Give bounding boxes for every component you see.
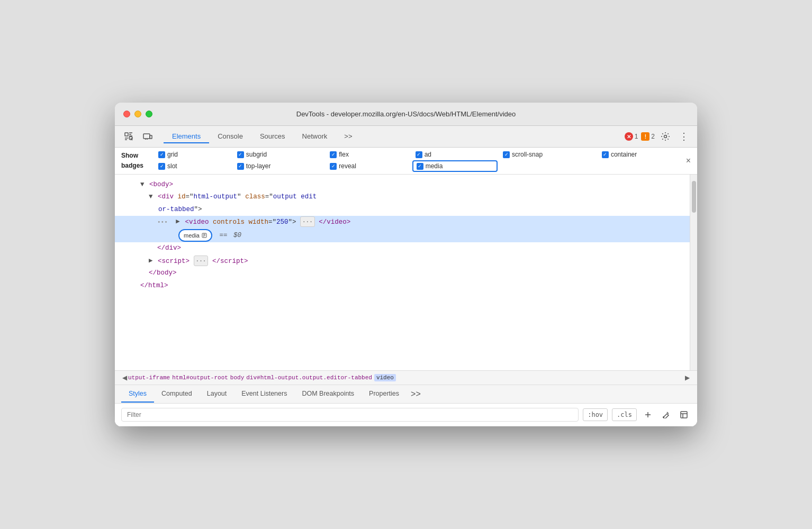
checkbox-top-layer[interactable]: ✓ (237, 163, 244, 170)
dom-div-line1: ▼ <div id="html-output" class="output ed… (115, 191, 690, 203)
breadcrumb: ◀ utput-iframe html#output-root body div… (115, 370, 697, 385)
dom-div-class-attr: class (245, 193, 265, 200)
tab-dom-breakpoints[interactable]: DOM Breakpoints (294, 386, 362, 403)
badge-flex[interactable]: ✓ flex (327, 150, 410, 159)
dom-div-tag-open: <div (158, 193, 174, 200)
triangle-script: ▶ (149, 257, 153, 264)
checkbox-ad[interactable]: ✓ (416, 151, 422, 158)
bottom-panel: Styles Computed Layout Event Listeners D… (115, 385, 697, 426)
dom-video-line[interactable]: ••• ▶ <video controls width="250"> ··· <… (115, 216, 690, 229)
dom-div-id-val: html-output (194, 193, 238, 200)
badges-bar: Show badges ✓ grid ✓ subgrid ✓ flex ✓ ad… (115, 148, 697, 175)
badge-slot[interactable]: ✓ slot (155, 160, 232, 172)
checkbox-scroll-snap[interactable]: ✓ (503, 151, 510, 158)
breadcrumb-left-arrow[interactable]: ◀ (122, 374, 127, 381)
script-ellipsis: ··· (194, 256, 209, 267)
tab-styles[interactable]: Styles (121, 386, 154, 403)
dom-script-line: ▶ <script> ··· </script> (115, 255, 690, 268)
svg-point-5 (663, 416, 664, 418)
badge-ad[interactable]: ✓ ad (412, 150, 498, 159)
maximize-button[interactable] (146, 111, 152, 117)
badge-media[interactable]: ✓ media (412, 160, 498, 172)
dom-div-class-val: output edit (273, 193, 317, 200)
dom-media-badge-line[interactable]: media == $0 (115, 229, 690, 243)
breadcrumb-body[interactable]: body (230, 375, 244, 381)
breadcrumb-div[interactable]: div#html-output.output.editor-tabbed (246, 375, 372, 381)
checkbox-subgrid[interactable]: ✓ (237, 151, 244, 158)
checkbox-grid[interactable]: ✓ (158, 151, 165, 158)
settings-icon[interactable] (658, 129, 673, 144)
dom-div-line2: or-tabbed"> (115, 204, 690, 216)
minimize-button[interactable] (134, 111, 141, 117)
error-badge: ✕ 1 (625, 132, 638, 141)
tab-computed[interactable]: Computed (154, 386, 200, 403)
titlebar: DevTools - developer.mozilla.org/en-US/d… (115, 103, 697, 126)
badges-label-show: Show (121, 151, 143, 161)
svg-rect-1 (143, 134, 150, 139)
filter-bar: :hov .cls (115, 404, 697, 426)
checkbox-flex[interactable]: ✓ (330, 151, 337, 158)
dom-div-close-tag: </div> (157, 244, 181, 252)
scrollbar-thumb[interactable] (692, 181, 696, 213)
checkbox-slot[interactable]: ✓ (158, 163, 165, 170)
svg-rect-0 (125, 133, 128, 136)
warning-count: 2 (651, 133, 655, 140)
dom-html-close-tag: </html> (140, 282, 168, 289)
dom-body-tag: <body> (149, 181, 173, 188)
triangle-div: ▼ (149, 193, 153, 200)
tab-event-listeners[interactable]: Event Listeners (234, 386, 294, 403)
breadcrumb-right-arrow[interactable]: ▶ (685, 374, 690, 381)
triangle-video: ▶ (176, 218, 180, 225)
breadcrumb-html[interactable]: html#output-root (172, 375, 228, 381)
badge-subgrid[interactable]: ✓ subgrid (234, 150, 324, 159)
svg-rect-2 (150, 135, 152, 139)
badge-subgrid-label: subgrid (246, 151, 267, 158)
inspector-icon[interactable] (121, 129, 136, 144)
checkbox-container[interactable]: ✓ (602, 151, 609, 158)
hov-button[interactable]: :hov (583, 408, 608, 421)
responsive-icon[interactable] (140, 129, 155, 144)
badge-scroll-snap[interactable]: ✓ scroll-snap (500, 150, 597, 159)
tab-more[interactable]: >> (336, 130, 360, 143)
tab-console[interactable]: Console (209, 130, 251, 143)
badge-top-layer[interactable]: ✓ top-layer (234, 160, 324, 172)
badge-grid[interactable]: ✓ grid (155, 150, 232, 159)
checkbox-media[interactable]: ✓ (417, 163, 423, 170)
badge-container[interactable]: ✓ container (599, 150, 691, 159)
breadcrumb-video[interactable]: video (374, 374, 396, 381)
tab-more[interactable]: >> (407, 385, 425, 403)
filter-input[interactable] (121, 408, 579, 422)
breadcrumb-iframe[interactable]: utput-iframe (128, 375, 170, 381)
error-icon: ✕ (625, 132, 633, 141)
dom-div-class-cont: or-tabbed (158, 206, 194, 213)
dom-dots: ••• (157, 218, 168, 225)
tab-properties[interactable]: Properties (362, 386, 407, 403)
layout-icon[interactable] (677, 408, 691, 422)
tab-sources[interactable]: Sources (251, 130, 294, 143)
tab-network[interactable]: Network (294, 130, 336, 143)
close-button[interactable] (123, 111, 130, 117)
dom-video-tag: <video (185, 218, 209, 225)
tab-elements[interactable]: Elements (164, 130, 209, 143)
close-badges-button[interactable]: × (686, 156, 691, 166)
toolbar-right: ✕ 1 ! 2 ⋮ (625, 129, 691, 144)
traffic-lights (123, 111, 152, 117)
dom-scrollbar[interactable] (690, 175, 697, 370)
badge-top-layer-label: top-layer (246, 162, 271, 170)
badge-reveal[interactable]: ✓ reveal (327, 160, 410, 172)
more-options-icon[interactable]: ⋮ (676, 129, 691, 144)
main-toolbar: Elements Console Sources Network >> ✕ 1 … (115, 126, 697, 148)
badge-reveal-label: reveal (339, 162, 356, 170)
tab-layout[interactable]: Layout (200, 386, 234, 403)
video-ellipsis: ··· (300, 216, 315, 227)
media-badge[interactable]: media (178, 229, 212, 242)
add-rule-button[interactable] (641, 408, 655, 422)
badge-grid-label: grid (167, 151, 178, 158)
cls-button[interactable]: .cls (612, 408, 637, 421)
main-content: ▼ <body> ▼ <div id="html-output" class="… (115, 175, 697, 370)
paint-icon[interactable] (659, 408, 673, 422)
dom-panel[interactable]: ▼ <body> ▼ <div id="html-output" class="… (115, 175, 690, 370)
checkbox-reveal[interactable]: ✓ (330, 163, 337, 170)
badge-scroll-snap-label: scroll-snap (512, 151, 543, 158)
warning-icon: ! (641, 132, 649, 141)
